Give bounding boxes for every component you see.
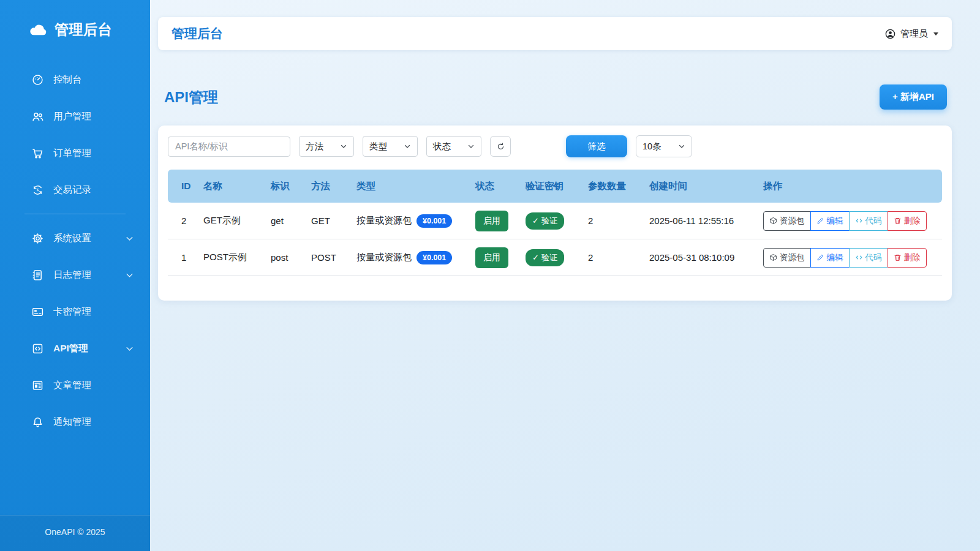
method-select-value: 方法 — [306, 141, 323, 152]
cell-method: POST — [306, 239, 352, 276]
sidebar-item-label: 文章管理 — [53, 379, 91, 392]
sidebar-item-label: 交易记录 — [53, 184, 91, 197]
row-actions: 资源包 编辑 代码 删 — [763, 211, 927, 231]
sidebar-menu: 控制台 用户管理 订单管理 $ 交易记录 系统设置 — [0, 61, 150, 515]
sidebar-item-articles[interactable]: 文章管理 — [0, 367, 150, 403]
chevron-down-icon — [340, 143, 347, 150]
chevron-down-icon — [125, 271, 134, 280]
type-select[interactable]: 类型 — [363, 136, 418, 157]
trash-icon — [894, 217, 902, 225]
check-icon: ✓ — [532, 253, 539, 262]
col-header-params: 参数数量 — [583, 170, 644, 203]
code-label: 代码 — [865, 252, 882, 263]
code-button[interactable]: 代码 — [849, 248, 888, 268]
sidebar-item-label: 通知管理 — [53, 416, 91, 429]
card-icon — [31, 305, 44, 318]
refresh-icon — [496, 142, 505, 151]
cell-type: 按量或资源包¥0.001 — [352, 239, 470, 276]
cell-created: 2025-06-11 12:55:16 — [644, 203, 758, 239]
user-name: 管理员 — [900, 28, 928, 40]
cell-id: 2 — [168, 203, 198, 239]
pencil-icon — [816, 217, 824, 225]
delete-label: 删除 — [904, 216, 921, 227]
status-select[interactable]: 状态 — [426, 136, 481, 157]
sidebar: 管理后台 控制台 用户管理 订单管理 $ 交易记录 — [0, 0, 150, 551]
verify-badge[interactable]: ✓验证 — [526, 212, 564, 230]
content-card: 方法 类型 状态 筛选 10条 — [158, 126, 952, 301]
table-row: 2 GET示例 get GET 按量或资源包¥0.001 启用 ✓验证 2 20… — [168, 203, 942, 239]
sidebar-item-notifications[interactable]: 通知管理 — [0, 403, 150, 440]
verify-label: 验证 — [541, 252, 557, 263]
verify-label: 验证 — [541, 216, 557, 227]
sidebar-item-label: 订单管理 — [53, 147, 91, 160]
users-icon — [31, 110, 44, 123]
search-input[interactable] — [168, 137, 290, 157]
row-actions: 资源包 编辑 代码 删 — [763, 248, 927, 268]
sidebar-item-orders[interactable]: 订单管理 — [0, 135, 150, 171]
col-header-id: ID — [168, 170, 198, 203]
filter-button[interactable]: 筛选 — [566, 135, 627, 157]
method-select[interactable]: 方法 — [299, 136, 354, 157]
edit-label: 编辑 — [827, 216, 843, 227]
topbar-title: 管理后台 — [172, 25, 223, 42]
box-icon — [769, 217, 777, 225]
refresh-button[interactable] — [490, 136, 511, 157]
pencil-icon — [816, 253, 824, 261]
col-header-verify: 验证密钥 — [521, 170, 583, 203]
cart-icon — [31, 146, 44, 160]
code-button[interactable]: 代码 — [849, 211, 888, 231]
col-header-actions: 操作 — [758, 170, 942, 203]
cell-verify: ✓验证 — [521, 239, 583, 276]
gear-icon — [31, 231, 44, 245]
cell-type: 按量或资源包¥0.001 — [352, 203, 470, 239]
cell-name: POST示例 — [198, 239, 266, 276]
sidebar-item-dashboard[interactable]: 控制台 — [0, 61, 150, 98]
sidebar-item-label: 用户管理 — [53, 110, 91, 123]
page-title: API管理 — [164, 88, 218, 107]
sidebar-item-label: API管理 — [53, 342, 88, 355]
page-head: API管理 + 新增API — [158, 84, 952, 110]
col-header-status: 状态 — [470, 170, 521, 203]
cell-id: 1 — [168, 239, 198, 276]
package-button[interactable]: 资源包 — [763, 211, 811, 231]
delete-button[interactable]: 删除 — [888, 211, 927, 231]
col-header-method: 方法 — [306, 170, 352, 203]
cell-slug: get — [266, 203, 306, 239]
sidebar-item-users[interactable]: 用户管理 — [0, 98, 150, 135]
col-header-slug: 标识 — [266, 170, 306, 203]
verify-badge[interactable]: ✓验证 — [526, 249, 564, 266]
code-square-icon — [31, 342, 44, 355]
package-button[interactable]: 资源包 — [763, 248, 811, 268]
edit-button[interactable]: 编辑 — [810, 248, 850, 268]
user-menu[interactable]: 管理员 — [884, 28, 938, 40]
cell-name: GET示例 — [198, 203, 266, 239]
sidebar-item-logs[interactable]: 日志管理 — [0, 257, 150, 293]
table-row: 1 POST示例 post POST 按量或资源包¥0.001 启用 ✓验证 2… — [168, 239, 942, 276]
chevron-down-icon — [678, 143, 685, 150]
type-label: 按量或资源包 — [356, 252, 412, 262]
cell-actions: 资源包 编辑 代码 删 — [758, 203, 942, 239]
cell-verify: ✓验证 — [521, 203, 583, 239]
sidebar-item-api[interactable]: API管理 — [0, 330, 150, 367]
delete-button[interactable]: 删除 — [888, 248, 927, 268]
code-label: 代码 — [865, 216, 882, 227]
status-badge[interactable]: 启用 — [475, 211, 508, 231]
price-badge: ¥0.001 — [417, 251, 452, 264]
status-badge[interactable]: 启用 — [475, 247, 508, 268]
chevron-down-icon — [404, 143, 411, 150]
caret-down-icon — [933, 32, 938, 36]
type-select-value: 类型 — [369, 141, 387, 152]
edit-button[interactable]: 编辑 — [810, 211, 850, 231]
page-size-select[interactable]: 10条 — [636, 135, 692, 157]
sidebar-divider — [24, 214, 126, 214]
add-api-button[interactable]: + 新增API — [880, 84, 947, 110]
transaction-icon: $ — [31, 183, 44, 197]
code-icon — [855, 217, 863, 225]
sidebar-item-settings[interactable]: 系统设置 — [0, 220, 150, 257]
sidebar-item-cards[interactable]: 卡密管理 — [0, 293, 150, 330]
sidebar-item-transactions[interactable]: $ 交易记录 — [0, 171, 150, 208]
dashboard-icon — [31, 73, 44, 86]
package-label: 资源包 — [780, 252, 805, 263]
chevron-down-icon — [125, 234, 134, 243]
svg-text:$: $ — [36, 188, 39, 192]
